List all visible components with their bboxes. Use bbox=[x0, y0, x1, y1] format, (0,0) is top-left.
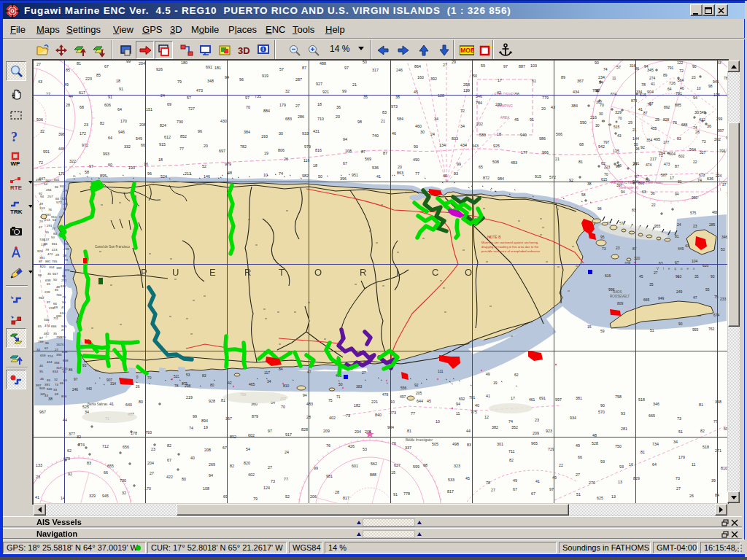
svg-text:90: 90 bbox=[678, 322, 683, 326]
svg-text:50: 50 bbox=[318, 174, 322, 179]
svg-text:80: 80 bbox=[210, 383, 214, 387]
svg-text:96: 96 bbox=[635, 147, 640, 151]
svg-text:80: 80 bbox=[182, 477, 186, 481]
svg-text:53: 53 bbox=[721, 247, 725, 252]
svg-text:61: 61 bbox=[532, 79, 536, 83]
svg-text:O: O bbox=[314, 267, 322, 278]
svg-text:949: 949 bbox=[658, 296, 665, 300]
svg-text:921: 921 bbox=[322, 90, 329, 94]
svg-text:97: 97 bbox=[549, 487, 554, 491]
svg-text:27: 27 bbox=[36, 62, 41, 66]
svg-text:69: 69 bbox=[167, 102, 171, 106]
svg-text:94: 94 bbox=[621, 190, 625, 194]
svg-text:27: 27 bbox=[362, 370, 366, 375]
svg-text:93: 93 bbox=[47, 378, 50, 382]
svg-text:17: 17 bbox=[670, 176, 674, 180]
svg-text:36: 36 bbox=[336, 105, 341, 109]
svg-text:74: 74 bbox=[508, 419, 513, 424]
svg-text:23: 23 bbox=[692, 75, 696, 79]
svg-text:473: 473 bbox=[664, 162, 670, 166]
svg-text:967: 967 bbox=[39, 410, 46, 414]
svg-text:925: 925 bbox=[493, 144, 500, 148]
svg-text:94: 94 bbox=[599, 80, 603, 85]
svg-text:426: 426 bbox=[348, 444, 355, 448]
svg-text:829: 829 bbox=[633, 476, 640, 481]
svg-text:134: 134 bbox=[439, 143, 446, 147]
svg-text:301: 301 bbox=[497, 442, 503, 446]
svg-text:329: 329 bbox=[89, 494, 96, 498]
svg-text:81: 81 bbox=[77, 61, 81, 66]
svg-text:644: 644 bbox=[417, 399, 423, 403]
svg-text:81: 81 bbox=[675, 234, 679, 238]
svg-text:692: 692 bbox=[459, 397, 465, 401]
svg-text:91: 91 bbox=[530, 117, 534, 122]
svg-text:C: C bbox=[432, 267, 438, 278]
svg-text:67: 67 bbox=[513, 487, 517, 491]
svg-text:59: 59 bbox=[600, 329, 605, 333]
svg-text:584: 584 bbox=[397, 117, 403, 121]
svg-text:683: 683 bbox=[285, 117, 292, 121]
svg-text:30: 30 bbox=[599, 112, 603, 116]
svg-text:WP: WP bbox=[11, 160, 21, 166]
svg-text:782: 782 bbox=[240, 144, 247, 149]
svg-text:506: 506 bbox=[36, 117, 43, 122]
svg-text:879: 879 bbox=[252, 414, 258, 419]
svg-text:701: 701 bbox=[719, 149, 726, 153]
svg-text:97: 97 bbox=[268, 429, 272, 433]
svg-text:23: 23 bbox=[151, 447, 155, 451]
svg-text:43: 43 bbox=[38, 79, 42, 84]
svg-text:Biddle Investigator: Biddle Investigator bbox=[406, 438, 433, 442]
svg-text:19: 19 bbox=[204, 425, 208, 429]
svg-text:80: 80 bbox=[139, 400, 143, 404]
svg-text:249: 249 bbox=[676, 289, 683, 294]
svg-text:95: 95 bbox=[600, 235, 605, 239]
svg-text:884: 884 bbox=[263, 109, 270, 113]
svg-text:67: 67 bbox=[343, 161, 347, 166]
svg-text:402: 402 bbox=[248, 472, 255, 477]
svg-text:934: 934 bbox=[570, 416, 576, 420]
svg-text:103: 103 bbox=[530, 63, 537, 68]
svg-text:89: 89 bbox=[561, 75, 565, 79]
svg-text:434: 434 bbox=[460, 143, 467, 147]
svg-text:76: 76 bbox=[326, 443, 330, 448]
svg-text:74: 74 bbox=[189, 426, 193, 430]
svg-text:940: 940 bbox=[520, 133, 527, 137]
svg-text:228: 228 bbox=[44, 290, 50, 294]
svg-text:610: 610 bbox=[60, 311, 66, 315]
svg-text:85: 85 bbox=[55, 288, 58, 292]
svg-text:74: 74 bbox=[279, 171, 283, 176]
svg-text:734: 734 bbox=[652, 442, 659, 446]
svg-text:82: 82 bbox=[100, 121, 104, 125]
svg-text:213: 213 bbox=[185, 171, 191, 176]
svg-text:10: 10 bbox=[697, 86, 701, 90]
svg-text:67: 67 bbox=[104, 64, 109, 69]
svg-text:possible existence of unexplod: possible existence of unexploded ordnanc… bbox=[481, 249, 541, 253]
svg-text:810: 810 bbox=[283, 384, 290, 388]
svg-text:11: 11 bbox=[692, 462, 696, 467]
svg-text:933: 933 bbox=[302, 131, 309, 136]
svg-text:810: 810 bbox=[721, 466, 727, 470]
svg-text:77: 77 bbox=[179, 147, 184, 151]
svg-text:35: 35 bbox=[694, 274, 699, 279]
svg-text:329: 329 bbox=[615, 110, 622, 114]
svg-text:590: 590 bbox=[580, 120, 587, 125]
svg-text:251: 251 bbox=[60, 343, 66, 346]
svg-text:67: 67 bbox=[531, 491, 535, 496]
svg-text:881: 881 bbox=[45, 260, 51, 263]
svg-text:482: 482 bbox=[44, 332, 50, 335]
svg-text:10: 10 bbox=[390, 400, 395, 404]
svg-text:740: 740 bbox=[372, 133, 379, 138]
svg-text:431: 431 bbox=[313, 129, 320, 133]
svg-text:556: 556 bbox=[400, 386, 407, 390]
svg-text:840: 840 bbox=[375, 413, 382, 417]
svg-text:45: 45 bbox=[465, 476, 470, 481]
svg-text:68: 68 bbox=[423, 463, 427, 467]
svg-text:Canal de San Francisco: Canal de San Francisco bbox=[95, 245, 131, 249]
svg-text:852: 852 bbox=[180, 134, 187, 139]
svg-text:473: 473 bbox=[196, 88, 203, 93]
svg-text:841: 841 bbox=[54, 178, 60, 182]
svg-text:70: 70 bbox=[281, 405, 285, 409]
svg-text:39: 39 bbox=[711, 478, 716, 483]
svg-text:209: 209 bbox=[624, 261, 631, 265]
svg-text:30: 30 bbox=[694, 110, 699, 114]
